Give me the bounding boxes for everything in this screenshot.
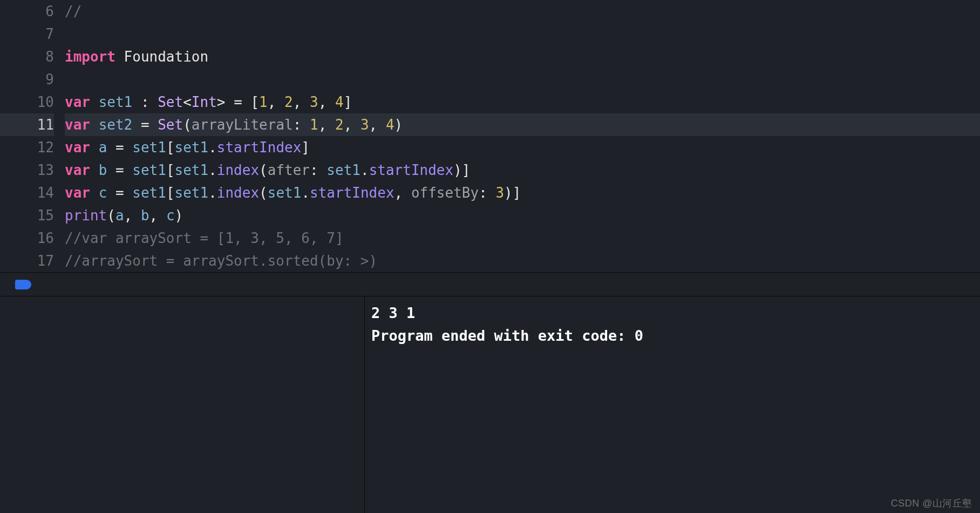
line-number: 16: [0, 227, 54, 249]
line-number: 13: [0, 159, 54, 181]
code-line[interactable]: var b = set1[set1.index(after: set1.star…: [65, 159, 980, 181]
breakpoint-marker-icon[interactable]: [15, 280, 31, 289]
code-area[interactable]: //import Foundationvar set1 : Set<Int> =…: [65, 0, 980, 272]
code-token: 3: [310, 94, 318, 110]
code-token: 2: [284, 94, 293, 110]
code-line[interactable]: [65, 68, 980, 91]
code-token: var: [65, 185, 90, 201]
code-token: .: [208, 139, 217, 156]
code-token: ): [394, 117, 403, 133]
code-token: ,: [124, 207, 141, 224]
code-editor[interactable]: 67891011121314151617 //import Foundation…: [0, 0, 980, 273]
code-token: ]: [344, 94, 352, 110]
console-line: 2 3 1: [371, 305, 415, 321]
code-token: 2: [335, 117, 344, 133]
code-token: [149, 94, 158, 110]
code-token: [90, 117, 99, 133]
line-number: 12: [0, 136, 54, 159]
code-token: [: [250, 94, 259, 110]
code-line[interactable]: //var arraySort = [1, 3, 5, 6, 7]: [65, 227, 980, 249]
line-number: 8: [0, 45, 54, 68]
code-token: Set: [158, 117, 183, 133]
debug-area: 2 3 1 Program ended with exit code: 0: [0, 296, 980, 513]
code-token: :: [479, 185, 495, 201]
code-token: :: [293, 117, 310, 133]
code-token: //: [65, 3, 81, 19]
code-token: ]: [462, 162, 471, 178]
code-line[interactable]: var a = set1[set1.startIndex]: [65, 136, 980, 159]
code-token: ,: [318, 94, 335, 110]
code-token: .: [360, 162, 369, 178]
variables-pane[interactable]: [0, 296, 365, 513]
code-token: Set: [158, 94, 183, 110]
code-token: print: [65, 207, 107, 224]
code-token: (: [183, 117, 192, 133]
code-token: set1: [326, 162, 360, 178]
line-number: 14: [0, 181, 54, 204]
line-number: 11: [0, 113, 54, 136]
code-token: after: [268, 162, 310, 178]
code-token: //arraySort = arraySort.sorted(by: >): [65, 253, 377, 269]
code-token: index: [217, 185, 259, 201]
code-token: [225, 94, 234, 110]
code-token: a: [99, 139, 107, 156]
code-token: c: [166, 207, 175, 224]
code-token: 4: [335, 94, 344, 110]
code-token: =: [234, 94, 242, 110]
code-token: .: [208, 185, 217, 201]
code-line[interactable]: //: [65, 0, 980, 23]
code-line[interactable]: //arraySort = arraySort.sorted(by: >): [65, 249, 980, 272]
code-line[interactable]: import Foundation: [65, 45, 980, 68]
code-token: ,: [394, 185, 411, 201]
code-token: [124, 139, 133, 156]
console-output[interactable]: 2 3 1 Program ended with exit code: 0: [365, 296, 980, 513]
code-token: :: [310, 162, 326, 178]
line-number: 7: [0, 23, 54, 45]
watermark-text: CSDN @山河丘壑: [891, 497, 972, 510]
line-number: 15: [0, 204, 54, 227]
code-token: [90, 162, 99, 178]
code-token: [90, 94, 99, 110]
code-token: ,: [344, 117, 360, 133]
breakpoint-strip[interactable]: [0, 273, 980, 296]
code-token: 3: [360, 117, 369, 133]
code-token: .: [301, 185, 310, 201]
code-token: ]: [301, 139, 310, 156]
code-token: [149, 117, 158, 133]
code-token: =: [115, 185, 124, 201]
code-token: [132, 117, 141, 133]
code-token: 1: [259, 94, 268, 110]
code-token: [124, 162, 133, 178]
code-token: ): [175, 207, 183, 224]
code-token: [115, 49, 124, 65]
code-token: [124, 185, 133, 201]
code-token: ): [504, 185, 513, 201]
code-token: //var arraySort = [1, 3, 5, 6, 7]: [65, 230, 344, 246]
code-token: [242, 94, 251, 110]
code-token: [90, 139, 99, 156]
code-token: >: [217, 94, 226, 110]
code-token: ]: [513, 185, 521, 201]
code-token: var: [65, 162, 90, 178]
console-line: Program ended with exit code: 0: [371, 327, 643, 344]
code-token: b: [99, 162, 107, 178]
code-token: c: [99, 185, 107, 201]
code-line[interactable]: var set1 : Set<Int> = [1, 2, 3, 4]: [65, 91, 980, 113]
code-token: [132, 94, 141, 110]
code-token: var: [65, 117, 90, 133]
code-token: .: [208, 162, 217, 178]
code-token: 4: [386, 117, 394, 133]
code-token: (: [107, 207, 115, 224]
code-line[interactable]: print(a, b, c): [65, 204, 980, 227]
code-token: set1: [175, 139, 209, 156]
code-token: set1: [132, 139, 166, 156]
code-line[interactable]: var set2 = Set(arrayLiteral: 1, 2, 3, 4): [65, 113, 980, 136]
line-number: 6: [0, 0, 54, 23]
code-token: a: [115, 207, 124, 224]
code-line[interactable]: [65, 23, 980, 45]
code-token: [90, 185, 99, 201]
code-line[interactable]: var c = set1[set1.index(set1.startIndex,…: [65, 181, 980, 204]
code-token: offsetBy: [411, 185, 479, 201]
line-number: 9: [0, 68, 54, 91]
code-token: set1: [175, 185, 209, 201]
